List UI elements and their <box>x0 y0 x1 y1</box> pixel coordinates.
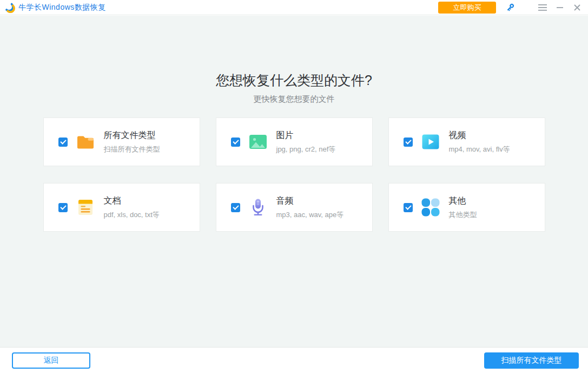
card-subtitle: mp3, aac, wav, ape等 <box>276 210 344 220</box>
file-type-card[interactable]: 文档 pdf, xls, doc, txt等 <box>43 183 200 232</box>
card-checkbox[interactable] <box>231 138 240 147</box>
card-checkbox[interactable] <box>404 138 413 147</box>
window-controls <box>538 3 582 12</box>
card-subtitle: 其他类型 <box>449 210 477 220</box>
card-checkbox[interactable] <box>231 203 240 212</box>
file-type-card[interactable]: 所有文件类型 扫描所有文件类型 <box>43 117 200 166</box>
audio-icon <box>248 198 268 217</box>
card-checkbox[interactable] <box>58 138 68 147</box>
card-title: 文档 <box>104 195 160 207</box>
buy-now-button[interactable]: 立即购买 <box>438 2 496 14</box>
file-type-card[interactable]: 图片 jpg, png, cr2, nef等 <box>216 117 373 166</box>
titlebar: 牛学长Windows数据恢复 立即购买 <box>0 0 588 15</box>
card-title: 音频 <box>276 195 344 207</box>
key-icon[interactable] <box>506 3 515 12</box>
card-subtitle: jpg, png, cr2, nef等 <box>276 145 336 154</box>
other-icon <box>421 198 440 217</box>
footer: 返回 扫描所有文件类型 <box>0 347 588 373</box>
minimize-icon[interactable] <box>555 3 564 12</box>
file-type-card[interactable]: 音频 mp3, aac, wav, ape等 <box>216 183 373 232</box>
main-content: 您想恢复什么类型的文件? 更快恢复您想要的文件 所有文件类型 扫描所有文件类型 … <box>0 16 588 347</box>
image-icon <box>248 132 268 152</box>
back-button[interactable]: 返回 <box>12 352 90 369</box>
card-checkbox[interactable] <box>58 203 68 212</box>
card-title: 图片 <box>276 130 336 141</box>
card-title: 视频 <box>449 130 510 141</box>
file-type-card[interactable]: 其他 其他类型 <box>388 183 545 232</box>
folder-icon <box>76 132 95 152</box>
card-title: 其他 <box>449 195 477 207</box>
card-subtitle: 扫描所有文件类型 <box>104 145 160 154</box>
menu-icon[interactable] <box>538 3 547 12</box>
card-title: 所有文件类型 <box>104 130 160 141</box>
file-type-grid: 所有文件类型 扫描所有文件类型 图片 jpg, png, cr2, nef等 视… <box>43 117 545 232</box>
video-icon <box>421 132 440 152</box>
page-title: 您想恢复什么类型的文件? <box>0 16 588 89</box>
file-type-card[interactable]: 视频 mp4, mov, avi, flv等 <box>388 117 545 166</box>
page-subtitle: 更快恢复您想要的文件 <box>0 94 588 104</box>
card-subtitle: mp4, mov, avi, flv等 <box>449 145 510 154</box>
app-title: 牛学长Windows数据恢复 <box>18 3 106 12</box>
document-icon <box>76 198 95 217</box>
scan-all-file-types-button[interactable]: 扫描所有文件类型 <box>484 352 579 369</box>
card-subtitle: pdf, xls, doc, txt等 <box>104 210 160 220</box>
close-icon[interactable] <box>572 3 582 12</box>
card-checkbox[interactable] <box>404 203 413 212</box>
app-logo-swirl-icon <box>4 2 15 13</box>
